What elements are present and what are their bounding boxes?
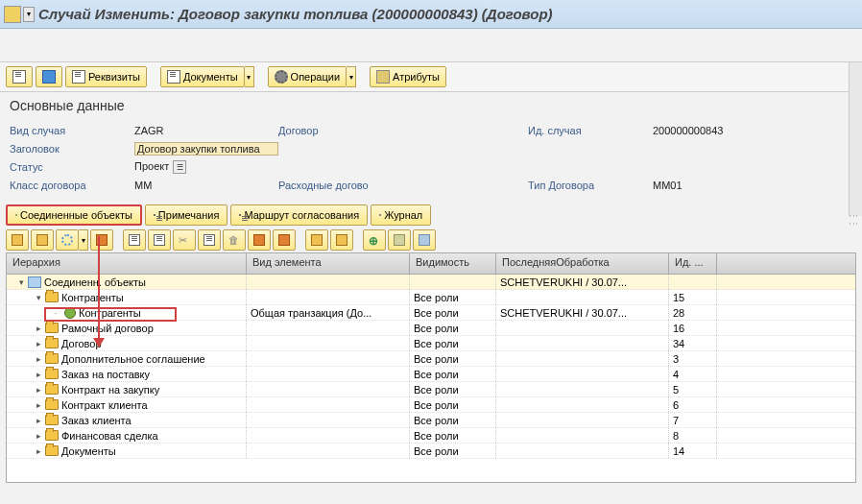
tree-body[interactable]: ▾Соединенн. объектыSCHETVERUKHI / 30.07.… bbox=[7, 275, 855, 483]
cell-visibility bbox=[410, 275, 496, 289]
expand-toggle[interactable]: ▸ bbox=[34, 324, 43, 333]
documents-dropdown[interactable]: ▾ bbox=[245, 66, 254, 87]
cell-type bbox=[247, 321, 410, 335]
tree-row[interactable]: ▸Контракт клиентаВсе роли6 bbox=[7, 397, 855, 413]
app-menu-dropdown[interactable]: ▾ bbox=[23, 7, 35, 22]
t-btn-newfolder[interactable] bbox=[305, 229, 328, 251]
tab-area: Соединенные объекты Примечания Маршрут с… bbox=[0, 201, 862, 228]
folder-icon bbox=[45, 430, 59, 441]
col-last-edit[interactable]: ПоследняяОбработка bbox=[496, 253, 669, 274]
expand-toggle[interactable]: ▸ bbox=[34, 339, 43, 348]
col-type[interactable]: Вид элемента bbox=[247, 253, 410, 274]
tree-label: Контракт клиента bbox=[61, 399, 148, 411]
col-id[interactable]: Ид. ... bbox=[669, 253, 717, 274]
operations-dropdown[interactable]: ▾ bbox=[347, 66, 356, 87]
tree-row[interactable]: ·КонтрагентыОбщая транзакция (До...Все р… bbox=[7, 305, 855, 321]
attributes-button[interactable]: Атрибуты bbox=[370, 66, 446, 87]
cell-id: 7 bbox=[669, 413, 717, 427]
col-visibility[interactable]: Видимость bbox=[410, 253, 496, 274]
col-hierarchy[interactable]: Иерархия bbox=[7, 253, 247, 274]
cell-id: 15 bbox=[669, 290, 717, 304]
cell-last: SCHETVERUKHI / 30.07... bbox=[496, 305, 669, 320]
tree-row[interactable]: ▸Дополнительное соглашениеВсе роли3 bbox=[7, 351, 855, 367]
t-btn-doc[interactable] bbox=[123, 229, 146, 251]
cell-type bbox=[247, 428, 410, 443]
expand-toggle[interactable]: ▸ bbox=[34, 446, 43, 456]
cell-type bbox=[247, 413, 410, 427]
folder-icon bbox=[45, 338, 59, 348]
t-btn-grid[interactable] bbox=[413, 229, 436, 251]
class-label: Класс договора bbox=[10, 180, 134, 191]
tree-row[interactable]: ▸Заказ на поставкуВсе роли4 bbox=[7, 367, 855, 382]
t-btn-1[interactable] bbox=[6, 229, 29, 251]
expand-toggle[interactable]: ▸ bbox=[34, 400, 43, 410]
status-dropdown[interactable]: ☰ bbox=[173, 160, 186, 174]
tree-label: Рамочный договор bbox=[61, 323, 154, 334]
resize-handle[interactable]: ⋮⋮ bbox=[849, 211, 859, 227]
tree-row[interactable]: ▾КонтрагентыВсе роли15 bbox=[7, 290, 855, 305]
header-label: Заголовок bbox=[10, 143, 134, 155]
expand-toggle[interactable]: ▸ bbox=[34, 370, 43, 379]
cell-visibility: Все роли bbox=[410, 382, 496, 396]
tab-journal[interactable]: Журнал bbox=[371, 204, 431, 226]
tree-row[interactable]: ▸Заказ клиентаВсе роли7 bbox=[7, 413, 855, 428]
t-btn-collapse[interactable] bbox=[273, 229, 296, 251]
t-btn-link[interactable] bbox=[388, 229, 411, 251]
main-toolbar: Реквизиты Документы ▾ Операции ▾ Атрибут… bbox=[0, 62, 862, 92]
t-btn-settings[interactable] bbox=[56, 229, 79, 251]
tree-row[interactable]: ▸ДоговорВсе роли34 bbox=[7, 336, 855, 351]
tree-row[interactable]: ▸ДокументыВсе роли14 bbox=[7, 444, 855, 459]
tree-label: Документы bbox=[61, 445, 116, 457]
tree-label: Заказ клиента bbox=[61, 415, 132, 426]
t-btn-cut[interactable]: ✂ bbox=[173, 229, 196, 251]
tree-row[interactable]: ▸Контракт на закупкуВсе роли5 bbox=[7, 382, 855, 397]
documents-button[interactable]: Документы bbox=[160, 66, 245, 87]
expand-toggle[interactable]: · bbox=[51, 308, 60, 318]
doc-icon bbox=[167, 70, 180, 84]
collapse-icon bbox=[278, 234, 290, 246]
class-value: MM bbox=[134, 180, 278, 191]
tab-notes[interactable]: Примечания bbox=[145, 204, 228, 226]
t-btn-paste[interactable] bbox=[198, 229, 221, 251]
window-title: Случай Изменить: Договор закупки топлива… bbox=[38, 6, 553, 22]
tree-row[interactable]: ▸Рамочный договорВсе роли16 bbox=[7, 321, 855, 336]
t-btn-delete[interactable]: 🗑 bbox=[223, 229, 246, 251]
expand-toggle[interactable]: ▸ bbox=[34, 416, 43, 425]
t-btn-copy[interactable] bbox=[148, 229, 171, 251]
t-btn-openfolder[interactable] bbox=[330, 229, 353, 251]
settings-dropdown[interactable]: ▾ bbox=[79, 229, 88, 251]
cell-visibility: Все роли bbox=[410, 290, 496, 304]
tree-label: Заказ на поставку bbox=[61, 369, 150, 380]
expand-toggle[interactable]: ▾ bbox=[34, 293, 43, 302]
cell-last: SCHETVERUKHI / 30.07... bbox=[496, 275, 669, 289]
tree-row[interactable]: ▾Соединенн. объектыSCHETVERUKHI / 30.07.… bbox=[7, 275, 855, 290]
cell-id: 5 bbox=[669, 382, 717, 396]
t-btn-2[interactable] bbox=[31, 229, 54, 251]
folder-icon bbox=[45, 353, 59, 364]
annotation-arrow bbox=[98, 236, 100, 340]
save-button[interactable] bbox=[36, 66, 62, 87]
cell-visibility: Все роли bbox=[410, 367, 496, 381]
tab-connected-objects[interactable]: Соединенные объекты bbox=[6, 204, 142, 226]
expand-toggle[interactable]: ▾ bbox=[16, 277, 26, 287]
t-btn-4[interactable] bbox=[90, 229, 113, 251]
expand-toggle[interactable]: ▸ bbox=[34, 354, 43, 364]
t-btn-check[interactable]: ⊕ bbox=[363, 229, 386, 251]
cell-type bbox=[247, 351, 410, 366]
rekvizity-button[interactable]: Реквизиты bbox=[65, 66, 147, 87]
cell-id: 4 bbox=[669, 367, 717, 381]
tree-label: Дополнительное соглашение bbox=[61, 353, 205, 365]
tree-row[interactable]: ▸Финансовая сделкаВсе роли8 bbox=[7, 428, 855, 444]
t-btn-expand[interactable] bbox=[248, 229, 271, 251]
tree-label: Контрагенты bbox=[61, 292, 124, 303]
tool-btn-1[interactable] bbox=[6, 66, 33, 87]
route-icon bbox=[239, 214, 241, 216]
cell-visibility: Все роли bbox=[410, 428, 496, 443]
expand-toggle[interactable]: ▸ bbox=[34, 385, 43, 395]
expand-toggle[interactable]: ▸ bbox=[34, 431, 43, 441]
operations-button[interactable]: Операции bbox=[268, 66, 347, 87]
cell-type: Общая транзакция (До... bbox=[247, 305, 410, 320]
tree-header: Иерархия Вид элемента Видимость Последня… bbox=[7, 253, 855, 275]
tab-route[interactable]: Маршрут согласования bbox=[230, 204, 368, 226]
header-value[interactable]: Договор закупки топлива bbox=[134, 142, 278, 156]
